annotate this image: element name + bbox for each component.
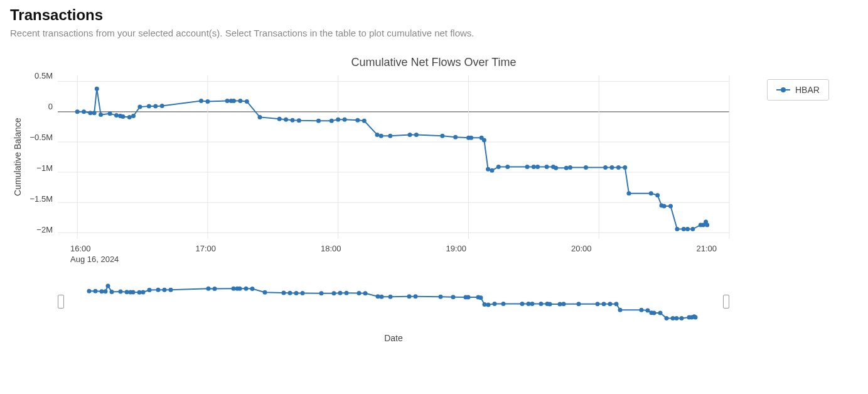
svg-point-113 — [288, 291, 292, 295]
svg-point-76 — [655, 193, 660, 197]
svg-point-35 — [258, 115, 262, 119]
svg-point-74 — [627, 191, 631, 195]
svg-point-114 — [294, 291, 299, 295]
x-axis-label: Date — [58, 333, 729, 343]
chart-svg — [58, 75, 729, 239]
svg-point-146 — [596, 302, 600, 306]
svg-point-105 — [213, 287, 217, 291]
svg-point-19 — [114, 113, 119, 118]
legend-label: HBAR — [795, 85, 820, 95]
svg-point-139 — [530, 302, 535, 306]
x-axis-ticks: 16:00 17:00 18:00 19:00 20:00 21:00 — [58, 244, 729, 253]
svg-point-26 — [153, 104, 158, 109]
svg-point-52 — [453, 135, 458, 140]
chart-body: Cumulative Balance 0.5M 0 −0.5M −1M −1.5… — [10, 75, 857, 343]
svg-point-127 — [439, 295, 443, 299]
svg-point-159 — [680, 316, 684, 320]
chart-title: Cumulative Net Flows Over Time — [10, 56, 857, 69]
svg-point-30 — [225, 99, 230, 103]
plot-area[interactable] — [58, 75, 729, 239]
svg-point-99 — [141, 290, 146, 294]
svg-point-69 — [584, 165, 588, 170]
x-tick: 20:00 — [571, 244, 592, 253]
svg-point-94 — [119, 290, 123, 294]
svg-point-12 — [75, 109, 80, 114]
svg-point-97 — [131, 290, 136, 295]
svg-point-54 — [469, 136, 473, 140]
svg-point-125 — [407, 294, 412, 298]
svg-point-16 — [95, 87, 99, 91]
svg-point-91 — [104, 289, 108, 293]
svg-point-123 — [380, 295, 384, 299]
x-tick: 18:00 — [321, 244, 341, 253]
x-tick: 21:00 — [696, 244, 717, 253]
svg-point-37 — [284, 118, 288, 122]
svg-point-13 — [82, 109, 86, 114]
chart-container: Cumulative Net Flows Over Time Cumulativ… — [10, 56, 857, 343]
range-plot[interactable] — [68, 283, 719, 320]
svg-point-134 — [486, 302, 491, 307]
svg-point-126 — [414, 294, 418, 298]
svg-point-21 — [121, 114, 125, 119]
svg-point-64 — [545, 165, 549, 169]
svg-point-34 — [245, 99, 249, 104]
svg-point-106 — [232, 287, 236, 291]
svg-point-63 — [535, 165, 540, 169]
svg-point-118 — [338, 291, 343, 295]
svg-point-136 — [501, 302, 506, 306]
svg-point-43 — [343, 118, 347, 122]
svg-point-47 — [379, 134, 383, 138]
svg-point-150 — [618, 308, 623, 312]
svg-point-78 — [662, 204, 667, 209]
y-tick: −1.5M — [30, 194, 53, 204]
svg-point-80 — [675, 227, 679, 231]
svg-point-154 — [652, 311, 656, 315]
svg-point-133 — [483, 302, 487, 307]
svg-point-62 — [532, 165, 536, 169]
y-axis-label: Cumulative Balance — [10, 75, 25, 239]
svg-point-32 — [232, 99, 236, 103]
svg-point-50 — [414, 133, 419, 137]
range-handle-left[interactable] — [58, 295, 64, 309]
svg-point-36 — [277, 117, 282, 121]
legend[interactable]: HBAR — [767, 79, 829, 101]
svg-point-73 — [623, 165, 627, 170]
svg-point-25 — [147, 104, 151, 109]
svg-point-163 — [694, 315, 698, 319]
y-tick: 0 — [48, 102, 53, 111]
svg-point-100 — [147, 288, 152, 292]
range-svg — [68, 283, 719, 320]
svg-point-108 — [238, 287, 242, 291]
svg-point-132 — [479, 295, 483, 300]
page-title: Transactions — [10, 6, 858, 24]
svg-point-152 — [646, 309, 650, 313]
svg-point-102 — [163, 288, 167, 292]
svg-point-40 — [316, 119, 321, 123]
svg-point-109 — [244, 287, 249, 291]
svg-point-42 — [336, 118, 340, 122]
svg-point-66 — [554, 166, 558, 170]
x-tick: 16:00 — [70, 244, 91, 253]
svg-point-120 — [357, 291, 362, 295]
svg-point-39 — [297, 118, 301, 123]
x-axis-date: Aug 16, 2024 — [58, 254, 729, 264]
svg-point-103 — [169, 288, 173, 292]
svg-point-93 — [110, 290, 114, 294]
svg-point-104 — [206, 287, 211, 291]
svg-point-56 — [482, 138, 486, 143]
y-tick: −1M — [36, 163, 53, 173]
range-handle-right[interactable] — [723, 295, 729, 309]
svg-point-95 — [125, 290, 129, 294]
x-tick: 19:00 — [446, 244, 466, 253]
svg-point-60 — [505, 165, 510, 169]
svg-point-144 — [562, 302, 566, 306]
y-tick: 0.5M — [35, 71, 53, 80]
svg-point-82 — [685, 227, 690, 231]
svg-point-119 — [345, 291, 349, 295]
svg-point-158 — [675, 316, 679, 320]
y-tick: −2M — [36, 225, 53, 234]
svg-point-124 — [388, 295, 393, 299]
range-selector — [58, 283, 729, 320]
svg-point-75 — [649, 191, 653, 195]
svg-point-92 — [106, 283, 110, 288]
